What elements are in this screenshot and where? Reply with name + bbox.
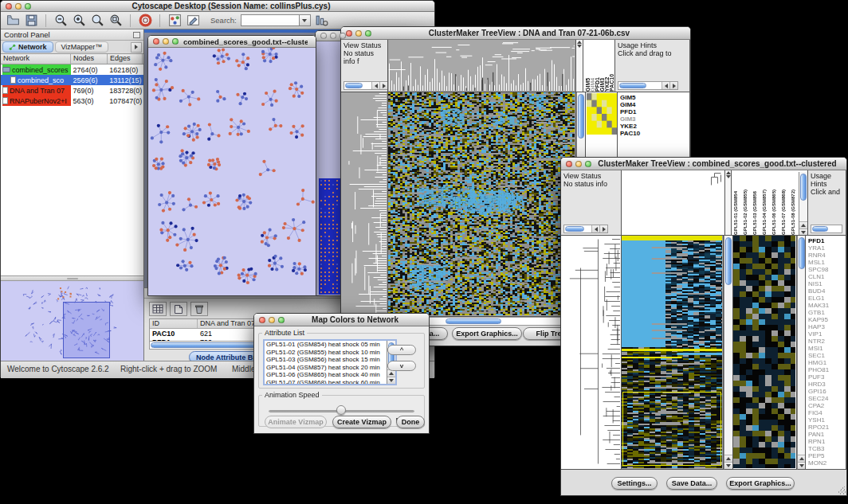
scroll-down-button[interactable] <box>724 462 732 469</box>
scrollbar-thumb[interactable] <box>800 174 807 201</box>
export-graphics-button[interactable]: Export Graphics... <box>726 477 795 490</box>
gene-label[interactable]: PAC10 <box>620 130 689 137</box>
tab-network[interactable]: Network <box>2 41 53 53</box>
scroll-right-button[interactable] <box>599 225 607 232</box>
tv2-column-scroll-strip[interactable] <box>725 170 732 236</box>
scrollbar-thumb[interactable] <box>565 226 584 232</box>
gene-label[interactable]: RNR4 <box>808 252 846 259</box>
slider-thumb[interactable] <box>336 405 346 415</box>
tv2-zoom-heatmap[interactable] <box>733 236 797 470</box>
close-button[interactable] <box>566 161 572 167</box>
gene-label[interactable]: PHO81 <box>808 366 846 373</box>
tv1-heatmap[interactable] <box>388 92 576 317</box>
attribute-list-item[interactable]: GPL51-06 (GSM865) heat shock 40 min <box>266 371 387 379</box>
scrollbar-thumb[interactable] <box>812 226 828 232</box>
tv2-heatmap-vscrollbar[interactable] <box>724 236 733 470</box>
minimize-button[interactable] <box>163 38 169 45</box>
export-graphics-button[interactable]: Export Graphics... <box>452 327 522 340</box>
gene-label[interactable]: MAK31 <box>808 302 846 309</box>
gene-label[interactable]: MSI1 <box>808 345 846 352</box>
close-button[interactable] <box>153 38 159 45</box>
column-edges[interactable]: Edges <box>108 54 143 64</box>
network-table-row[interactable]: RNAPuberNov2+I563(0)107847(0) <box>1 96 143 106</box>
column-id[interactable]: ID <box>150 319 198 328</box>
scrollbar-thumb[interactable] <box>619 83 646 88</box>
gene-label[interactable]: MON2 <box>808 459 846 467</box>
tabs-overflow-button[interactable] <box>131 42 142 53</box>
open-file-icon[interactable] <box>6 14 20 28</box>
tab-vizmapper[interactable]: VizMapper™ <box>55 41 109 53</box>
gene-label[interactable]: HMG1 <box>808 359 846 366</box>
gene-label[interactable]: HRD3 <box>808 381 846 388</box>
float-panel-icon[interactable] <box>133 32 140 38</box>
gene-label[interactable]: PFD1 <box>620 108 689 115</box>
gene-label[interactable]: PAN1 <box>808 431 846 438</box>
scroll-up-button[interactable] <box>724 455 732 462</box>
treeview1-titlebar[interactable]: ClusterMaker TreeView : DNA and Tran 07-… <box>341 27 690 40</box>
gene-label[interactable]: VIP1 <box>808 330 846 338</box>
gene-label[interactable]: NIS1 <box>808 280 846 287</box>
column-nodes[interactable]: Nodes <box>71 54 108 64</box>
gene-label[interactable]: PEP5 <box>808 452 846 459</box>
save-data-button[interactable]: Save Data... <box>666 477 717 490</box>
network-window-titlebar[interactable]: combined_scores_good.txt--cluste... <box>148 36 316 48</box>
close-button[interactable] <box>6 3 12 10</box>
tv1-column-dendrogram[interactable] <box>388 40 576 92</box>
zoom-fit-icon[interactable] <box>108 14 123 28</box>
gene-label[interactable]: RPN1 <box>808 438 846 445</box>
close-button[interactable] <box>259 317 265 323</box>
resize-grip[interactable] <box>838 486 846 494</box>
gene-label[interactable]: KAP95 <box>808 316 846 323</box>
settings-button[interactable]: Settings... <box>611 477 658 490</box>
scrollbar-thumb[interactable] <box>725 237 732 285</box>
zoom-window-button[interactable] <box>25 3 31 10</box>
zoom-actual-icon[interactable] <box>90 14 104 28</box>
move-down-button[interactable]: v <box>387 361 416 371</box>
gene-label[interactable]: GTB1 <box>808 309 846 316</box>
gene-label[interactable]: GIM4 <box>620 101 689 108</box>
gene-label[interactable]: FIG4 <box>808 409 846 416</box>
view-status-scrollbar[interactable] <box>563 225 608 233</box>
network-table-row[interactable]: DNA and Tran 07769(0)183728(0) <box>1 85 143 96</box>
attribute-list-item[interactable]: GPL51-04 (GSM857) heat shock 20 min <box>266 364 387 372</box>
zoom-out-icon[interactable] <box>53 14 68 28</box>
scroll-left-button[interactable] <box>662 82 669 89</box>
zoom-window-button[interactable] <box>278 317 285 323</box>
close-button[interactable] <box>346 30 352 37</box>
gene-label[interactable]: SPC98 <box>808 266 846 273</box>
attribute-list-item[interactable]: GPL51-03 (GSM856) heat shock 15 min <box>266 356 387 364</box>
close-button[interactable] <box>320 33 327 39</box>
gene-label[interactable]: NTR2 <box>808 338 846 345</box>
animate-vizmap-button[interactable]: Animate Vizmap <box>265 416 327 428</box>
view-status-scrollbar[interactable] <box>344 81 388 90</box>
minimize-button[interactable] <box>355 30 362 37</box>
scroll-up-button[interactable] <box>798 455 806 462</box>
zoom-window-button[interactable] <box>365 30 371 37</box>
create-vizmap-button[interactable]: Create Vizmap <box>332 416 391 428</box>
usage-hints-scrollbar[interactable] <box>618 81 678 90</box>
gene-label[interactable]: SEC1 <box>808 352 846 359</box>
network-view-canvas[interactable] <box>148 48 316 295</box>
network-table-row[interactable]: combined_sco2569(6)13112(15) <box>1 75 143 85</box>
scroll-left-button[interactable] <box>371 82 379 89</box>
search-input[interactable] <box>241 14 300 26</box>
minimize-button[interactable] <box>575 161 582 167</box>
gene-label[interactable]: YSH1 <box>808 416 846 424</box>
usage-hints-scrollbar[interactable] <box>811 225 842 233</box>
zoom-window-button[interactable] <box>340 33 346 39</box>
gene-label[interactable]: MSL1 <box>808 259 846 266</box>
attribute-list-item[interactable]: GPL51-02 (GSM855) heat shock 10 min <box>266 349 387 357</box>
new-attribute-icon[interactable] <box>170 302 187 316</box>
zoom-window-button[interactable] <box>585 161 591 167</box>
gene-label[interactable]: PUF3 <box>808 373 846 381</box>
zoom-in-icon[interactable] <box>72 14 86 28</box>
scroll-down-button[interactable] <box>799 229 807 236</box>
scroll-up-button[interactable] <box>799 221 807 229</box>
delete-attribute-icon[interactable] <box>190 302 208 316</box>
gene-label[interactable]: RPO21 <box>808 424 846 431</box>
column-network[interactable]: Network <box>1 54 71 64</box>
attribute-list-item[interactable]: GPL51-07 (GSM868) heat shock 60 min <box>266 379 387 385</box>
tv2-labels-scrollbar[interactable] <box>799 172 807 236</box>
tv2-column-dendrogram[interactable] <box>622 170 725 236</box>
treeview2-titlebar[interactable]: ClusterMaker TreeView : combined_scores_… <box>561 158 846 170</box>
